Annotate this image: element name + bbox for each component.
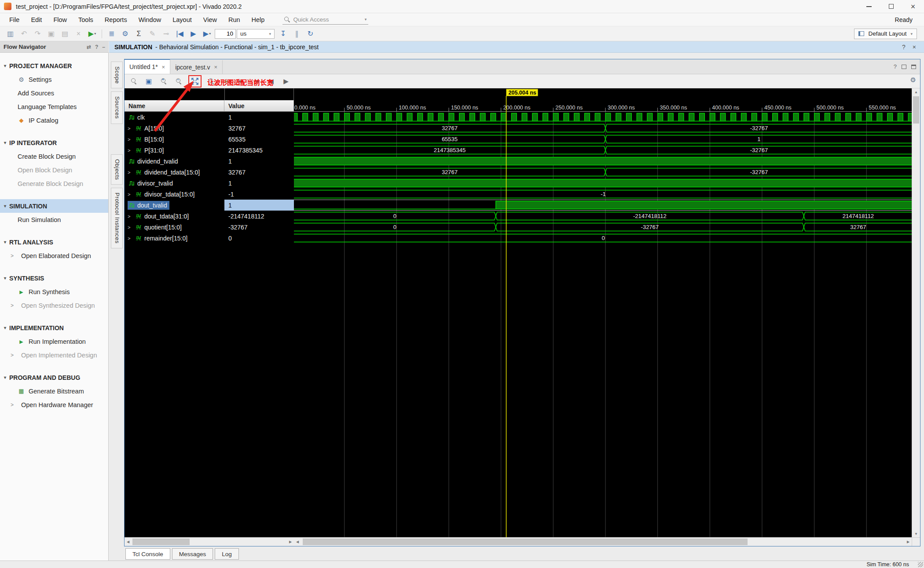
- expand-chevron-icon[interactable]: >: [128, 192, 132, 197]
- console-tab-messages[interactable]: Messages: [172, 548, 213, 560]
- section-collapse-icon[interactable]: ▾: [4, 276, 6, 280]
- flow-section-header-rtl-analysis[interactable]: ▾RTL ANALYSIS: [0, 235, 108, 249]
- signal-value-cell-remainder-15-0[interactable]: 0: [224, 233, 294, 244]
- minimize-button[interactable]: [858, 0, 880, 13]
- signal-name-row-clk[interactable]: clk: [125, 112, 224, 123]
- paste-icon[interactable]: ▤: [58, 28, 72, 40]
- banner-help-icon[interactable]: ?: [902, 44, 906, 51]
- signal-name-row-dividend-tdata-15-0[interactable]: >dividend_tdata[15:0]: [125, 167, 224, 178]
- tab-ipcore-test-v[interactable]: ipcore_test.v×: [170, 60, 223, 74]
- time-unit-select[interactable]: us ▾: [237, 29, 275, 39]
- expand-chevron-icon[interactable]: >: [128, 170, 132, 175]
- save-waveform-icon[interactable]: ▣: [143, 76, 154, 87]
- signal-name-row-divisor-tdata-15-0[interactable]: >divisor_tdata[15:0]: [125, 189, 224, 200]
- menu-item-view[interactable]: View: [198, 13, 223, 26]
- signal-name-row-p-31-0[interactable]: >P[31:0]: [125, 145, 224, 156]
- edit-icon[interactable]: ✎: [146, 28, 159, 40]
- signal-value-cell-a-15-0[interactable]: 32767: [224, 123, 294, 134]
- sigma-icon[interactable]: Σ: [132, 28, 146, 40]
- menu-item-flow[interactable]: Flow: [48, 13, 73, 26]
- section-collapse-icon[interactable]: ▾: [4, 140, 6, 145]
- sidebar-item-open-block-design[interactable]: Open Block Design: [0, 163, 108, 177]
- section-collapse-icon[interactable]: ▾: [4, 204, 6, 208]
- section-collapse-icon[interactable]: ▾: [4, 375, 6, 380]
- flow-section-header-implementation[interactable]: ▾IMPLEMENTATION: [0, 321, 108, 335]
- side-tab-sources[interactable]: Sources: [111, 91, 123, 124]
- sidebar-item-run-implementation[interactable]: Run Implementation: [0, 335, 108, 348]
- sidebar-item-ip-catalog[interactable]: IP Catalog: [0, 113, 108, 127]
- expand-chevron-icon[interactable]: >: [128, 236, 132, 241]
- signal-name-row-remainder-15-0[interactable]: >remainder[15:0]: [125, 233, 224, 244]
- quick-access-box[interactable]: Quick Access ▾: [282, 15, 368, 25]
- maximize-panel-icon[interactable]: [911, 65, 916, 69]
- banner-close-icon[interactable]: ×: [913, 44, 916, 51]
- wave-h-scrollbar-thumb[interactable]: [303, 539, 748, 545]
- signal-value-cell-p-31-0[interactable]: 2147385345: [224, 145, 294, 156]
- v-scrollbar-thumb[interactable]: [913, 96, 919, 124]
- menu-item-layout[interactable]: Layout: [167, 13, 198, 26]
- flow-section-header-simulation[interactable]: ▾SIMULATION: [0, 199, 108, 213]
- signal-name-row-a-15-0[interactable]: >A[15:0]: [125, 123, 224, 134]
- menu-item-edit[interactable]: Edit: [25, 13, 48, 26]
- expand-chevron-icon[interactable]: >: [128, 137, 132, 142]
- name-column-header[interactable]: Name: [125, 100, 224, 112]
- signal-value-cell-dout-tvalid[interactable]: 1: [224, 200, 294, 211]
- signal-name-row-b-15-0[interactable]: >B[15:0]: [125, 134, 224, 145]
- next-transition-icon[interactable]: ▶: [281, 76, 291, 87]
- expand-chevron-icon[interactable]: >: [128, 214, 132, 219]
- menu-item-help[interactable]: Help: [246, 13, 271, 26]
- signal-value-cell-b-15-0[interactable]: 65535: [224, 134, 294, 145]
- help-icon[interactable]: ?: [95, 44, 98, 50]
- sidebar-item-run-simulation[interactable]: Run Simulation: [0, 213, 108, 226]
- report-icon[interactable]: ≣: [105, 28, 118, 40]
- zoom-in-icon[interactable]: +: [158, 76, 169, 87]
- scroll-left-icon[interactable]: ◀: [125, 538, 132, 546]
- flow-section-header-synthesis[interactable]: ▾SYNTHESIS: [0, 271, 108, 285]
- tab-untitled-1[interactable]: Untitled 1*×: [125, 59, 170, 74]
- signal-name-row-dout-tvalid[interactable]: dout_tvalid: [125, 200, 224, 211]
- expand-chevron-icon[interactable]: >: [128, 126, 132, 131]
- signal-value-cell-dividend-tdata-15-0[interactable]: 32767: [224, 167, 294, 178]
- sidebar-item-generate-block-design[interactable]: Generate Block Design: [0, 177, 108, 190]
- sidebar-item-generate-bitstream[interactable]: Generate Bitstream: [0, 384, 108, 398]
- value-column-header[interactable]: Value: [224, 100, 294, 112]
- signal-value-cell-quotient-15-0[interactable]: -32767: [224, 222, 294, 233]
- columns-h-scrollbar[interactable]: ◀ ▶: [125, 537, 294, 546]
- redo-icon[interactable]: ↷: [31, 28, 44, 40]
- side-tab-objects[interactable]: Objects: [111, 154, 123, 185]
- signal-name-row-dividend-tvalid[interactable]: dividend_tvalid: [125, 156, 224, 167]
- side-tab-scope[interactable]: Scope: [111, 62, 123, 88]
- toggle-columns-icon[interactable]: ⇄: [87, 44, 91, 50]
- scroll-right-icon[interactable]: ▶: [905, 538, 912, 546]
- pause-icon[interactable]: ∥: [290, 28, 304, 40]
- run-all-icon[interactable]: ▶: [187, 28, 200, 40]
- scroll-up-icon[interactable]: ▲: [912, 88, 920, 95]
- signal-value-cell-divisor-tdata-15-0[interactable]: -1: [224, 189, 294, 200]
- zoom-out-icon[interactable]: −: [173, 76, 184, 87]
- maximize-button[interactable]: [880, 0, 902, 13]
- resize-grip[interactable]: [918, 562, 923, 567]
- run-for-icon[interactable]: ▶▾: [200, 28, 214, 40]
- signal-name-row-dout-tdata-31-0[interactable]: >dout_tdata[31:0]: [125, 211, 224, 222]
- sidebar-item-language-templates[interactable]: Language Templates: [0, 100, 108, 113]
- wave-h-scrollbar[interactable]: ◀ ▶: [294, 537, 912, 546]
- float-window-icon[interactable]: [902, 65, 906, 69]
- tab-close-icon[interactable]: ×: [162, 64, 165, 70]
- copy-icon[interactable]: ▣: [44, 28, 58, 40]
- probe-icon[interactable]: ⊸: [159, 28, 173, 40]
- sidebar-item-open-implemented-design[interactable]: >Open Implemented Design: [0, 348, 108, 362]
- signal-value-cell-divisor-tvalid[interactable]: 1: [224, 178, 294, 189]
- scroll-right-icon[interactable]: ▶: [287, 538, 294, 546]
- sidebar-item-add-sources[interactable]: Add Sources: [0, 86, 108, 100]
- flow-section-header-project-manager[interactable]: ▾PROJECT MANAGER: [0, 59, 108, 73]
- menu-item-file[interactable]: File: [4, 13, 25, 26]
- signal-value-cell-dividend-tvalid[interactable]: 1: [224, 156, 294, 167]
- expand-chevron-icon[interactable]: >: [128, 148, 132, 153]
- wave-settings-gear-icon[interactable]: ⚙: [910, 76, 916, 84]
- tab-close-icon[interactable]: ×: [214, 64, 218, 70]
- chevron-right-icon[interactable]: >: [11, 302, 18, 309]
- console-tab-tcl-console[interactable]: Tcl Console: [125, 548, 170, 560]
- wave-help-icon[interactable]: ?: [894, 63, 897, 70]
- waveform-canvas[interactable]: 0.000 ns50.000 ns100.000 ns150.000 ns200…: [294, 88, 912, 537]
- delete-icon[interactable]: ×: [72, 28, 85, 40]
